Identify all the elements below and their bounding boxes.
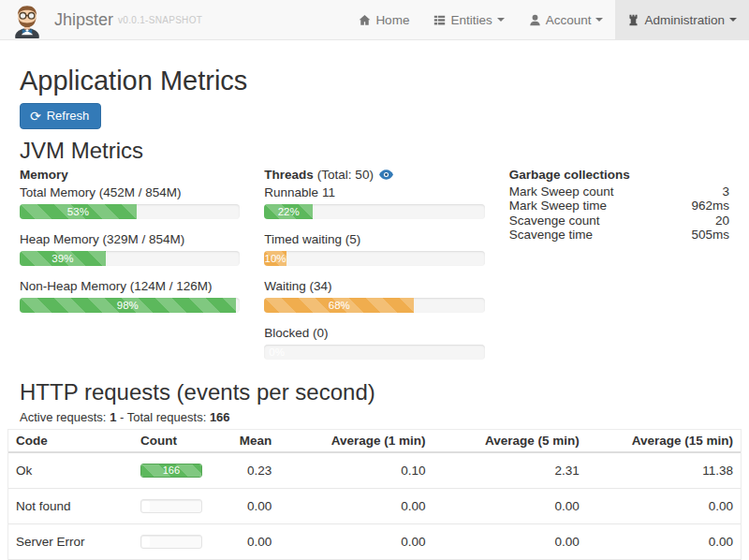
code-cell: Not found (8, 488, 133, 523)
metric-block: Non-Heap Memory (124M / 126M)98% (20, 279, 240, 313)
avg-1min-cell: 0.00 (279, 523, 433, 559)
count-bar-fill: 166 (141, 464, 201, 477)
gc-label: Scavenge count (509, 214, 600, 228)
progress-percent-label: 68% (329, 300, 350, 311)
progress-bar: 68% (264, 298, 414, 313)
refresh-button[interactable]: ⟳ Refresh (20, 103, 101, 129)
table-header-average-15-min-: Average (15 min) (587, 430, 741, 452)
table-row: Ok1660.230.102.3111.38 (8, 452, 741, 489)
threads-total: (Total: 50) (317, 168, 374, 183)
count-bar-sliver (142, 501, 150, 511)
count-cell (133, 523, 213, 559)
threads-heading: Threads (Total: 50) (264, 168, 484, 183)
metric-label: Waiting (34) (264, 279, 484, 293)
metric-block: Heap Memory (329M / 854M)39% (20, 232, 240, 266)
nav-item-administration[interactable]: Administration (615, 0, 749, 39)
http-requests-table-wrapper: CodeCountMeanAverage (1 min)Average (5 m… (7, 429, 742, 560)
page-title: Application Metrics (20, 66, 729, 96)
gc-value: 505ms (691, 228, 729, 243)
table-header-code: Code (8, 430, 133, 452)
progress-bar: 0% (264, 345, 484, 360)
refresh-button-label: Refresh (47, 109, 90, 124)
chevron-down-icon (497, 18, 505, 22)
entities-list-icon (433, 14, 450, 26)
progress-track: 0% (264, 345, 484, 360)
chevron-down-icon (595, 18, 603, 22)
progress-percent-label: 98% (117, 300, 139, 311)
brand-version: v0.0.1-SNAPSHOT (118, 15, 202, 25)
http-requests-table: CodeCountMeanAverage (1 min)Average (5 m… (8, 430, 741, 560)
memory-column: Memory Total Memory (452M / 854M)53%Heap… (20, 162, 240, 373)
jhipster-logo-avatar (9, 0, 45, 41)
table-header-count: Count (133, 430, 213, 452)
metric-label: Heap Memory (329M / 854M) (20, 232, 240, 246)
gc-label: Mark Sweep time (509, 199, 607, 214)
progress-track: 68% (264, 298, 484, 313)
avg-5min-cell: 0.00 (433, 488, 587, 523)
metric-block: Timed waiting (5)10% (264, 232, 484, 266)
eye-icon[interactable] (379, 169, 393, 180)
nav-item-account[interactable]: Account (517, 0, 616, 39)
metric-block: Runnable 1122% (264, 185, 484, 219)
nav-item-entities[interactable]: Entities (421, 0, 516, 39)
progress-track: 10% (264, 251, 484, 266)
mean-cell: 0.00 (213, 488, 279, 523)
http-requests-heading: HTTP requests (events per second) (20, 380, 729, 404)
count-bar (140, 535, 202, 549)
nav-item-label: Home (375, 13, 409, 27)
threads-column: Threads (Total: 50) Runnable 1122%Timed … (264, 162, 484, 373)
progress-percent-label: 10% (265, 253, 286, 264)
progress-percent-label: 22% (278, 206, 300, 217)
brand-link[interactable]: Jhipster v0.0.1-SNAPSHOT (0, 0, 210, 39)
metric-block: Blocked (0)0% (264, 326, 484, 360)
count-bar-sliver (142, 537, 150, 547)
nav-item-label: Administration (644, 13, 725, 27)
gc-label: Mark Sweep count (509, 184, 614, 199)
avg-5min-cell: 2.31 (433, 452, 587, 489)
metric-label: Non-Heap Memory (124M / 126M) (20, 279, 240, 293)
table-header-average-5-min-: Average (5 min) (433, 430, 587, 452)
summary-separator: - (120, 410, 124, 424)
user-icon (529, 14, 546, 26)
table-header-mean: Mean (213, 430, 279, 452)
requests-summary: Active requests: 1 - Total requests: 166 (20, 410, 729, 424)
gc-row: Scavenge count20 (509, 214, 729, 228)
progress-percent-label: 53% (67, 206, 89, 217)
progress-track: 53% (20, 204, 240, 219)
gc-row: Mark Sweep time962ms (509, 199, 729, 214)
metric-label: Blocked (0) (264, 326, 484, 340)
progress-track: 98% (20, 298, 240, 313)
active-requests-label: Active requests: (20, 410, 107, 424)
progress-bar: 22% (264, 204, 313, 219)
mean-cell: 0.00 (213, 523, 279, 559)
nav-menu: Home Entities Account Administration (346, 0, 749, 39)
table-row: Server Error0.000.000.000.00 (8, 523, 741, 559)
memory-heading: Memory (20, 168, 240, 183)
gc-column: Garbage collections Mark Sweep count3Mar… (509, 162, 729, 373)
progress-bar: 39% (20, 251, 106, 266)
metric-label: Total Memory (452M / 854M) (20, 185, 240, 199)
gc-label: Scavenge time (509, 228, 593, 243)
gc-heading: Garbage collections (509, 168, 729, 183)
nav-item-home[interactable]: Home (346, 0, 421, 39)
gc-row: Scavenge time505ms (509, 228, 729, 243)
count-value-label: 166 (163, 464, 180, 476)
table-row: Not found0.000.000.000.00 (8, 488, 741, 523)
table-header-average-1-min-: Average (1 min) (279, 430, 433, 452)
home-icon (359, 14, 375, 26)
gc-value: 3 (722, 184, 729, 199)
tower-icon (627, 14, 644, 26)
gc-value: 962ms (691, 199, 729, 214)
gc-value: 20 (715, 214, 729, 228)
count-bar (140, 499, 202, 513)
navbar: Jhipster v0.0.1-SNAPSHOT Home Entities A… (0, 0, 749, 40)
chevron-down-icon (729, 18, 737, 22)
total-requests-value: 166 (210, 410, 230, 424)
metric-label: Timed waiting (5) (264, 232, 484, 246)
count-cell: 166 (133, 452, 213, 489)
refresh-icon: ⟳ (30, 110, 41, 123)
threads-heading-label: Threads (264, 168, 314, 183)
main-content: Application Metrics ⟳ Refresh JVM Metric… (0, 66, 749, 424)
avg-15min-cell: 11.38 (587, 452, 741, 489)
table-header-row: CodeCountMeanAverage (1 min)Average (5 m… (8, 430, 741, 452)
